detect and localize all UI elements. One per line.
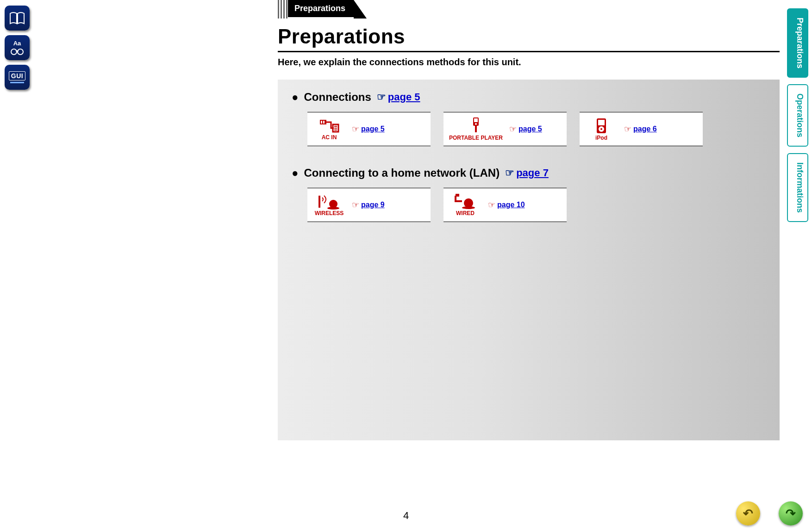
connections-page-link[interactable]: page 5 [388, 91, 420, 103]
section-heading-lan: ● Connecting to a home network (LAN) ☞pa… [292, 167, 766, 179]
redo-arrow-icon: ↷ [786, 506, 796, 521]
lan-page-link[interactable]: page 7 [516, 167, 549, 179]
wireless-icon: WIRELESS [313, 194, 345, 216]
gui-label: GUI [9, 71, 25, 80]
svg-rect-12 [475, 126, 477, 132]
breadcrumb-label: Preparations [288, 0, 354, 17]
next-page-button[interactable]: ↷ [779, 501, 803, 525]
card-wired[interactable]: WIRED ☞page 10 [443, 188, 567, 222]
tab-preparations[interactable]: Preparations [787, 8, 808, 78]
gui-button[interactable]: GUI [5, 65, 30, 90]
section-heading-connections: ● Connections ☞page 5 [292, 91, 766, 104]
lan-heading-text: Connecting to a home network (LAN) [304, 167, 500, 179]
svg-point-1 [18, 49, 23, 55]
main-content: Preparations Preparations Here, we expla… [278, 0, 780, 503]
lan-see-link: ☞page 7 [505, 167, 549, 179]
lan-card-row: WIRELESS ☞page 9 WIRED ☞page 10 [307, 188, 766, 222]
hand-icon: ☞ [488, 200, 495, 210]
wireless-link[interactable]: page 9 [361, 201, 385, 209]
glossary-button[interactable]: Aa [5, 35, 30, 60]
svg-point-11 [475, 123, 477, 125]
ac-in-icon: AC IN [313, 118, 345, 140]
tab-informations[interactable]: Informations [787, 153, 808, 222]
ipod-link[interactable]: page 6 [633, 125, 657, 133]
binoculars-icon [9, 47, 25, 56]
aa-label: Aa [13, 40, 21, 46]
svg-point-16 [600, 128, 602, 130]
page-number: 4 [403, 510, 409, 522]
svg-point-19 [327, 207, 339, 210]
title-rule [278, 51, 780, 52]
ac-in-link[interactable]: page 5 [361, 125, 385, 133]
svg-rect-4 [323, 121, 325, 123]
svg-rect-14 [598, 120, 605, 125]
hand-icon: ☞ [377, 91, 386, 103]
toc-button[interactable] [5, 6, 30, 31]
connections-see-link: ☞page 5 [377, 91, 420, 103]
content-panel: ● Connections ☞page 5 [278, 80, 780, 440]
ac-in-caption: AC IN [322, 135, 337, 140]
right-section-tabs: Preparations Operations Informations [787, 8, 808, 222]
hand-icon: ☞ [352, 200, 359, 210]
book-icon [9, 12, 25, 25]
svg-rect-3 [321, 121, 322, 123]
svg-rect-20 [456, 194, 459, 197]
card-ac-in[interactable]: AC IN ☞page 5 [307, 112, 431, 146]
page-title: Preparations [278, 25, 780, 48]
ipod-caption: iPod [595, 135, 607, 141]
connections-heading-text: Connections [304, 91, 371, 104]
prev-page-button[interactable]: ↶ [736, 501, 760, 525]
intro-text: Here, we explain the connections methods… [278, 57, 780, 68]
wired-icon: WIRED [449, 194, 481, 216]
wireless-caption: WIRELESS [315, 210, 344, 216]
hand-icon: ☞ [624, 124, 631, 134]
hand-icon: ☞ [505, 167, 514, 179]
gui-underline-icon [10, 82, 24, 83]
hand-icon: ☞ [509, 124, 517, 134]
card-wireless[interactable]: WIRELESS ☞page 9 [307, 188, 431, 222]
breadcrumb: Preparations [278, 0, 780, 19]
portable-player-link[interactable]: page 5 [518, 125, 542, 133]
hand-icon: ☞ [352, 124, 359, 134]
wired-link[interactable]: page 10 [497, 201, 525, 209]
undo-arrow-icon: ↶ [743, 506, 753, 521]
page-nav-buttons: ↶ ↷ [736, 501, 803, 525]
connections-card-row: AC IN ☞page 5 PORTABLE PLAYER ☞page 5 [307, 112, 766, 146]
card-ipod[interactable]: iPod ☞page 6 [580, 112, 703, 146]
svg-rect-10 [474, 118, 478, 122]
portable-player-caption: PORTABLE PLAYER [449, 135, 503, 141]
card-portable-player[interactable]: PORTABLE PLAYER ☞page 5 [443, 112, 567, 146]
svg-point-0 [11, 49, 17, 55]
breadcrumb-bars-icon [278, 0, 288, 19]
bullet-icon: ● [292, 91, 299, 104]
svg-rect-17 [319, 196, 320, 208]
left-icon-rail: Aa GUI [5, 6, 30, 90]
bullet-icon: ● [292, 167, 299, 179]
wired-caption: WIRED [456, 210, 475, 216]
portable-player-icon: PORTABLE PLAYER [449, 117, 503, 141]
ipod-icon: iPod [585, 117, 618, 141]
tab-operations[interactable]: Operations [787, 84, 808, 147]
svg-point-22 [462, 206, 475, 209]
